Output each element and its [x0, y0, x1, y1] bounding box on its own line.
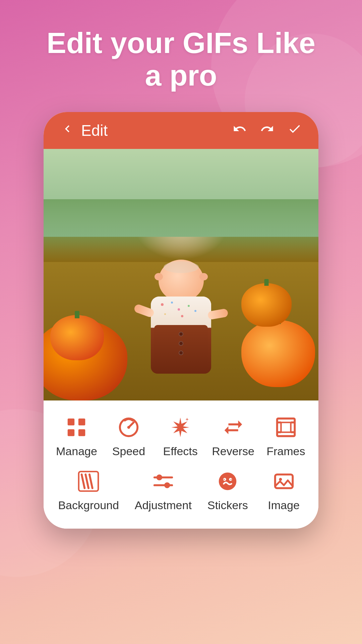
baby-dress: [154, 325, 208, 374]
svg-rect-0: [68, 418, 74, 425]
reverse-tool[interactable]: Reverse: [212, 414, 254, 458]
image-tool[interactable]: Image: [264, 468, 304, 512]
svg-rect-2: [68, 429, 74, 436]
background-icon: [73, 468, 104, 495]
reverse-label: Reverse: [212, 445, 254, 458]
pumpkin-mid-left: [50, 315, 104, 360]
effects-icon: [165, 414, 195, 441]
stickers-icon: [213, 468, 243, 495]
adjustment-label: Adjustment: [135, 499, 192, 512]
phone-mockup: Edit: [44, 112, 318, 529]
svg-rect-7: [281, 422, 291, 432]
svg-line-14: [85, 474, 88, 488]
image-icon: [269, 468, 299, 495]
background-tool[interactable]: Background: [58, 468, 119, 512]
bottom-toolbar: Manage Speed: [44, 400, 318, 529]
app-header: Edit: [44, 112, 318, 149]
speed-icon: [114, 414, 144, 441]
undo-button[interactable]: [233, 122, 247, 139]
stickers-tool[interactable]: Stickers: [207, 468, 248, 512]
confirm-button[interactable]: [288, 122, 302, 139]
header-left: Edit: [60, 121, 108, 140]
frames-icon: [271, 414, 301, 441]
header-title: Edit: [81, 121, 108, 140]
manage-icon: [61, 414, 92, 441]
baby-head: [159, 260, 204, 302]
manage-label: Manage: [56, 445, 97, 458]
svg-point-24: [231, 479, 232, 480]
headline-line2: a pro: [145, 59, 217, 92]
frames-tool[interactable]: Frames: [266, 414, 306, 458]
effects-tool[interactable]: Effects: [160, 414, 200, 458]
background-label: Background: [58, 499, 119, 512]
svg-rect-6: [277, 418, 295, 436]
baby-body: [151, 297, 211, 374]
svg-point-18: [156, 474, 162, 480]
headline-line1: Edit your GIFs Like: [47, 26, 315, 59]
scene-foliage: [44, 199, 318, 250]
svg-point-5: [127, 426, 130, 429]
svg-point-19: [164, 482, 170, 488]
manage-tool[interactable]: Manage: [56, 414, 97, 458]
headline: Edit your GIFs Like a pro: [26, 27, 336, 92]
svg-line-13: [82, 474, 85, 488]
toolbar-row-2: Background Adjustment: [50, 468, 312, 512]
reverse-icon: [218, 414, 248, 441]
effects-label: Effects: [163, 445, 197, 458]
redo-button[interactable]: [260, 122, 274, 139]
pumpkin-right-small: [241, 283, 292, 327]
photo-content: [44, 149, 318, 400]
adjustment-icon: [148, 468, 178, 495]
image-label: Image: [268, 499, 300, 512]
adjustment-tool[interactable]: Adjustment: [135, 468, 192, 512]
svg-point-26: [279, 478, 282, 481]
back-button[interactable]: [60, 122, 74, 139]
stickers-label: Stickers: [207, 499, 248, 512]
svg-rect-3: [78, 429, 85, 436]
speed-label: Speed: [112, 445, 145, 458]
header-actions: [233, 122, 302, 139]
pumpkin-right-large: [241, 320, 315, 387]
svg-rect-1: [78, 418, 85, 425]
frames-label: Frames: [266, 445, 305, 458]
svg-line-15: [89, 474, 93, 488]
svg-point-23: [224, 479, 225, 480]
photo-area: [44, 149, 318, 400]
speed-tool[interactable]: Speed: [109, 414, 149, 458]
baby-figure: [151, 260, 211, 374]
svg-point-20: [219, 472, 237, 490]
toolbar-row-1: Manage Speed: [50, 414, 312, 458]
